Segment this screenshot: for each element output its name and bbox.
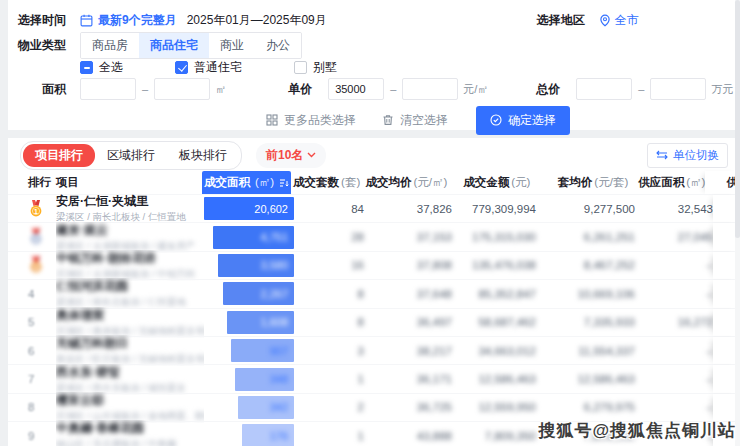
total-price-min-input[interactable] [576, 78, 632, 100]
table-row[interactable]: 2建发·观云梁溪区 / 太湖新城板块 / 建发房产4,7512837,15317… [8, 222, 740, 250]
table-row[interactable]: 8檀宫云邸滨湖区 / 山水城板块 / 金地商置、朗诗中国 …342236,725… [8, 393, 740, 421]
deal-count-cell: 1 [294, 430, 364, 442]
rank-number: 8 [28, 401, 34, 413]
clear-selection-label: 清空选择 [400, 112, 448, 129]
sort-icon[interactable] [279, 178, 289, 188]
region-value[interactable]: 全市 [615, 12, 639, 29]
rank-cell: 9 [28, 430, 56, 442]
deal-count-cell: 84 [294, 203, 364, 215]
time-filter-label: 选择时间 [18, 12, 66, 29]
col-deal-count[interactable]: 成交套数(套) [291, 171, 360, 194]
avg-price-cell-value: 36,171 [417, 373, 452, 385]
supply-area-cell: 27,045 [635, 231, 713, 243]
time-range-value[interactable]: 2025年01月—2025年09月 [187, 12, 327, 29]
project-cell: 檀宫云邸滨湖区 / 山水城板块 / 金地商置、朗诗中国 … [56, 392, 204, 423]
property-type-label: 物业类型 [18, 37, 66, 54]
col-avg-price[interactable]: 成交均价(元/㎡) [360, 171, 447, 194]
checkbox-select-all[interactable]: 全选 [80, 59, 123, 76]
rank-cell: 5 [28, 316, 56, 328]
unit-price-label: 单价 [288, 81, 312, 98]
deal-area-bar: 20,602 [204, 197, 294, 220]
tab-district-ranking[interactable]: 区域排行 [95, 144, 167, 167]
table-row[interactable]: 5奥体璟宸滨湖区 / 奥体板块 / 无锡地铁置业有限公司1,608836,497… [8, 308, 740, 336]
table-header: 排行 项目 成交面积(㎡) 成交套数(套) 成交均价(元/㎡) 成交金额(元) … [8, 171, 740, 194]
deal-amount-cell: 34,663,012 [452, 345, 536, 357]
deal-amount-cell-value: 12,559,950 [478, 401, 536, 413]
unit-switch-button[interactable]: 单位切换 [647, 143, 728, 168]
rank-cell: 1 [28, 200, 56, 218]
tab-commodity-residence[interactable]: 商品住宅 [139, 33, 209, 58]
avg-price-cell-value: 38,217 [417, 345, 452, 357]
avg-price-cell-value: 36,725 [417, 401, 452, 413]
project-cell: 安居·仁恒·夹城里梁溪区 / 南长北板块 / 仁恒置地 [56, 193, 204, 224]
table-row[interactable]: 6无锡万科朗日新吴区 / 旺庄板块 / 无锡地铁置业有限公司907338,217… [8, 336, 740, 364]
price-per-unit-cell-value: 6,279,975 [584, 401, 635, 413]
deal-area-bar-cell: 2,267 [204, 280, 294, 307]
deal-area-bar: 342 [238, 396, 294, 419]
rank-cell: 4 [28, 288, 56, 300]
avg-price-cell: 37,648 [364, 288, 452, 300]
scrollbar-thumb[interactable] [735, 0, 740, 238]
deal-area-bar-cell: 1,608 [204, 309, 294, 336]
unit-price-max-input[interactable] [402, 78, 458, 100]
table-row[interactable]: 3中锐万科·朗拾花语滨湖区 / 太湖新城板块 / 中锐万科3,5801637,8… [8, 251, 740, 279]
col-deal-area[interactable]: 成交面积(㎡) [202, 171, 291, 194]
tab-project-ranking[interactable]: 项目排行 [23, 144, 95, 167]
project-name: 无锡万科朗日 [56, 335, 128, 352]
checkbox-villa-label: 别墅 [313, 59, 337, 76]
top-n-dropdown[interactable]: 前10名 [256, 143, 326, 168]
location-pin-icon [599, 14, 611, 27]
avg-price-cell: 37,808 [364, 259, 452, 271]
rank-number: 6 [28, 345, 34, 357]
tab-sector-ranking[interactable]: 板块排行 [167, 144, 239, 167]
time-quick-select[interactable]: 最新9个完整月 [98, 12, 177, 29]
tab-office[interactable]: 办公 [255, 33, 301, 58]
deal-area-bar-cell: 342 [204, 394, 294, 421]
deal-area-value: 1,608 [260, 316, 288, 328]
col-deal-amount[interactable]: 成交金额(元) [447, 171, 530, 194]
table-row[interactable]: 1安居·仁恒·夹城里梁溪区 / 南长北板块 / 仁恒置地20,6028437,8… [8, 194, 740, 222]
left-margin-strip [0, 0, 8, 446]
deal-amount-cell-value: 175,315,030 [472, 231, 536, 243]
avg-price-cell-value: 37,808 [417, 259, 452, 271]
project-cell: 中奥樾·香樟花园锡山区 / 东北塘板块 / 中奥樾 [56, 420, 204, 446]
price-per-unit-cell: 10,669,106 [536, 288, 635, 300]
confirm-selection-label: 确定选择 [508, 112, 556, 129]
col-price-per-unit[interactable]: 套均价(元/套) [530, 171, 628, 194]
avg-price-cell-value: 37,648 [417, 288, 452, 300]
total-price-max-input[interactable] [650, 78, 706, 100]
area-min-input[interactable] [80, 78, 136, 100]
supply-area-cell-value: 16,272 [678, 316, 713, 328]
checkbox-ordinary-residence[interactable]: 普通住宅 [175, 59, 242, 76]
col-supply-area[interactable]: 供应面积(㎡) [628, 171, 705, 194]
medal-icon: 3 [28, 256, 44, 274]
clear-selection-button[interactable]: 清空选择 [382, 112, 448, 129]
checkbox-indeterminate-icon [80, 61, 93, 74]
area-max-input[interactable] [154, 78, 210, 100]
table-row[interactable]: 7西水东·碧玺梁溪区 / 西水东板块 / 城投置业348136,17112,58… [8, 364, 740, 392]
supply-area-cell: – [635, 288, 713, 300]
project-cell: 仁恒河滨花园梁溪区 / 南长北板块 / 仁恒置地 [56, 278, 204, 309]
unit-price-min-input[interactable] [328, 78, 384, 100]
deal-amount-cell-value: 779,309,994 [472, 203, 536, 215]
page-scrollbar[interactable] [735, 0, 740, 446]
project-cell: 中锐万科·朗拾花语滨湖区 / 太湖新城板块 / 中锐万科 [56, 250, 204, 281]
deal-amount-cell: 58,687,462 [452, 316, 536, 328]
table-row[interactable]: 4仁恒河滨花园梁溪区 / 南长北板块 / 仁恒置地2,267837,64885,… [8, 279, 740, 307]
deal-area-bar-cell: 348 [204, 365, 294, 392]
project-name: 檀宫云邸 [56, 392, 104, 409]
confirm-selection-button[interactable]: 确定选择 [476, 106, 570, 135]
tab-commercial[interactable]: 商业 [209, 33, 255, 58]
supply-area-cell-value: 32,543 [678, 203, 713, 215]
deal-area-value: 907 [270, 345, 288, 357]
project-cell: 西水东·碧玺梁溪区 / 西水东板块 / 城投置业 [56, 364, 204, 395]
deal-count-cell: 8 [294, 288, 364, 300]
deal-area-bar-cell: 176 [204, 422, 294, 446]
more-category-button[interactable]: 更多品类选择 [266, 112, 356, 129]
checkbox-select-all-label: 全选 [99, 59, 123, 76]
deal-count-cell-value: 1 [358, 373, 364, 385]
region-filter-label: 选择地区 [537, 12, 585, 29]
price-per-unit-cell-value: 9,277,500 [584, 203, 635, 215]
checkbox-villa[interactable]: 别墅 [294, 59, 337, 76]
tab-commodity-house[interactable]: 商品房 [81, 33, 139, 58]
